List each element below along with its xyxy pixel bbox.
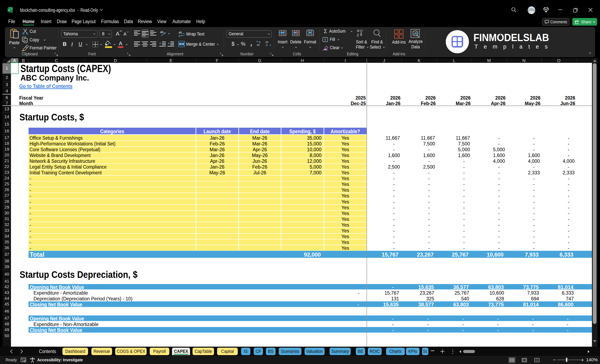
svg-text:x: x <box>8 9 10 12</box>
svg-text:ab: ab <box>179 31 182 34</box>
svg-text:A: A <box>357 29 359 33</box>
svg-text:Z: Z <box>357 33 359 37</box>
svg-text:ab: ab <box>160 30 164 34</box>
